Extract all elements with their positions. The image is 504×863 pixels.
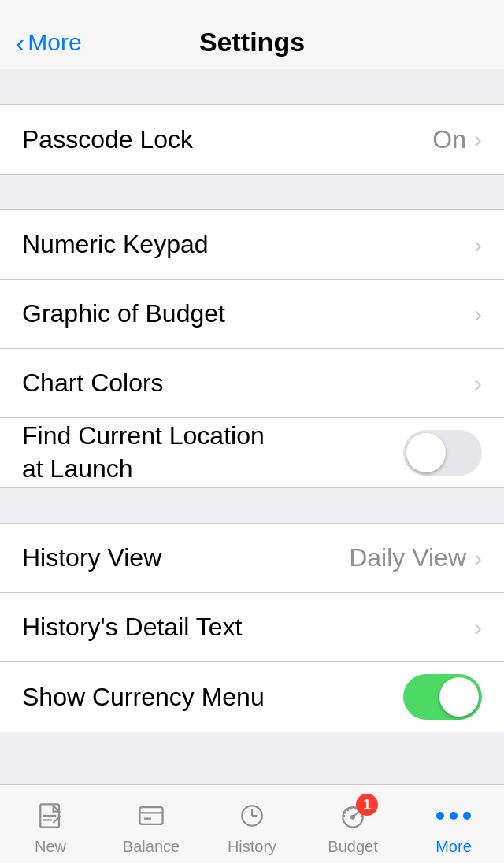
svg-line-4 — [54, 821, 55, 823]
tab-new[interactable]: New — [0, 792, 101, 856]
passcode-lock-row[interactable]: Passcode Lock On › — [0, 105, 504, 174]
chart-colors-chevron: › — [474, 370, 482, 397]
graphic-of-budget-row[interactable]: Graphic of Budget › — [0, 280, 504, 349]
passcode-lock-chevron: › — [474, 126, 482, 153]
tab-balance[interactable]: Balance — [101, 792, 202, 856]
section-gap-top — [0, 69, 504, 104]
show-currency-toggle-knob — [439, 677, 479, 717]
history-section: History View Daily View › History's Deta… — [0, 523, 504, 732]
show-currency-menu-toggle[interactable] — [403, 674, 482, 720]
history-view-value: Daily View — [349, 543, 466, 572]
section-gap-history — [0, 488, 504, 523]
tab-history[interactable]: History — [202, 792, 302, 856]
tab-more-label: More — [435, 838, 472, 856]
numeric-keypad-label: Numeric Keypad — [22, 230, 474, 259]
passcode-lock-value: On — [432, 125, 466, 154]
dot-3 — [463, 812, 471, 820]
dot-1 — [436, 812, 444, 820]
back-label: More — [28, 29, 81, 56]
back-button[interactable]: ‹ More — [16, 11, 82, 57]
historys-detail-text-chevron: › — [474, 614, 482, 641]
toggle-knob — [406, 433, 446, 472]
display-section: Numeric Keypad › Graphic of Budget › Cha… — [0, 209, 504, 488]
tab-budget-icon: 1 — [335, 798, 370, 833]
numeric-keypad-right: › — [474, 231, 482, 258]
section-gap-display — [0, 175, 504, 209]
tab-balance-label: Balance — [123, 838, 180, 856]
historys-detail-text-label: History's Detail Text — [22, 613, 474, 642]
show-currency-menu-row[interactable]: Show Currency Menu — [0, 662, 504, 732]
history-view-row[interactable]: History View Daily View › — [0, 524, 504, 593]
passcode-section: Passcode Lock On › — [0, 104, 504, 175]
show-currency-menu-label: Show Currency Menu — [22, 683, 403, 712]
show-currency-menu-right — [403, 674, 482, 720]
historys-detail-text-row[interactable]: History's Detail Text › — [0, 593, 504, 662]
tab-new-label: New — [35, 838, 66, 856]
find-current-location-toggle[interactable] — [403, 430, 482, 476]
svg-rect-5 — [139, 807, 162, 824]
find-current-location-row[interactable]: Find Current Locationat Launch — [0, 418, 504, 487]
tab-budget[interactable]: 1 Budget — [302, 792, 403, 856]
tab-more-icon — [436, 798, 471, 833]
page-content: ‹ More Settings Passcode Lock On › Numer… — [0, 0, 504, 811]
historys-detail-text-right: › — [474, 614, 482, 641]
history-view-right: Daily View › — [349, 543, 482, 572]
numeric-keypad-row[interactable]: Numeric Keypad › — [0, 210, 504, 280]
tab-history-label: History — [228, 838, 276, 856]
dot-2 — [450, 812, 458, 820]
tab-balance-icon — [134, 798, 169, 833]
chart-colors-row[interactable]: Chart Colors › — [0, 349, 504, 418]
chart-colors-label: Chart Colors — [22, 369, 474, 398]
dots-icon — [436, 812, 471, 820]
find-current-location-label: Find Current Locationat Launch — [22, 420, 403, 485]
tab-more[interactable]: More — [403, 792, 504, 856]
tab-new-icon — [33, 798, 68, 833]
nav-bar: ‹ More Settings — [0, 0, 504, 69]
find-current-location-right — [403, 430, 482, 476]
numeric-keypad-chevron: › — [474, 231, 482, 258]
history-view-chevron: › — [474, 545, 482, 572]
page-title: Settings — [199, 27, 305, 57]
graphic-of-budget-chevron: › — [474, 301, 482, 328]
tab-history-icon — [235, 798, 269, 833]
budget-badge: 1 — [356, 794, 378, 816]
passcode-lock-label: Passcode Lock — [22, 125, 432, 154]
chart-colors-right: › — [474, 370, 482, 397]
tab-bar: New Balance History — [0, 784, 504, 863]
graphic-of-budget-label: Graphic of Budget — [22, 299, 474, 328]
svg-point-13 — [351, 816, 354, 819]
tab-budget-label: Budget — [328, 838, 377, 856]
chevron-left-icon: ‹ — [16, 27, 24, 57]
history-view-label: History View — [22, 543, 349, 572]
passcode-lock-right: On › — [432, 125, 482, 154]
graphic-of-budget-right: › — [474, 301, 482, 328]
